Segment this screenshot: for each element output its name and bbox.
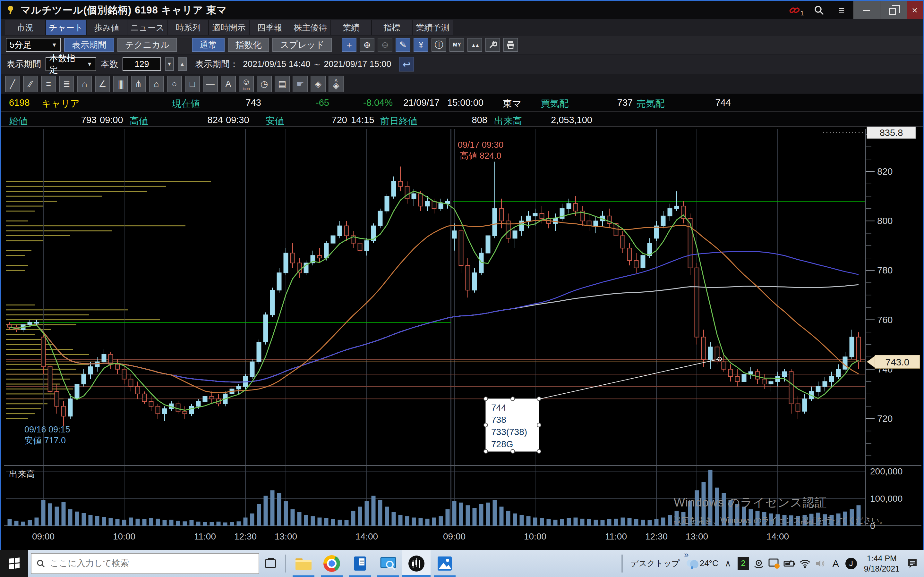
resize-handle[interactable] <box>537 449 541 454</box>
ime-mode-j[interactable]: J <box>843 550 859 577</box>
tab-disclosure[interactable]: 適時開示 <box>209 20 250 35</box>
tab-timeseries[interactable]: 時系列 <box>168 20 209 35</box>
taskbar-app-magnifier[interactable] <box>374 550 402 577</box>
volume-bar <box>614 519 618 526</box>
price-volume-chart[interactable]: 820800780760740720835.8743.0200,000100,0… <box>0 127 924 550</box>
spread-mode-button[interactable]: スプレッド <box>272 38 332 52</box>
fibonacci-arc-tool[interactable]: ∩ <box>77 76 92 92</box>
three-horizontal-lines-tool[interactable]: ≡ <box>41 76 56 92</box>
four-horizontal-lines-tool[interactable]: ≣ <box>59 76 74 92</box>
normal-mode-button[interactable]: 通常 <box>192 38 225 52</box>
chart-area[interactable]: 820800780760740720835.8743.0200,000100,0… <box>0 127 924 550</box>
close-button[interactable]: × <box>907 1 923 19</box>
bar-count-input[interactable]: 129 <box>123 57 161 71</box>
taskbar-app-trading[interactable] <box>402 550 431 577</box>
resize-handle[interactable] <box>483 423 488 427</box>
price-note-box[interactable]: 744 738 733(738) 728G <box>485 398 540 452</box>
parallel-lines-tool[interactable]: ∕∕ <box>23 76 38 92</box>
crosshair-button[interactable]: ＋ <box>342 38 357 52</box>
print-button[interactable] <box>503 38 518 52</box>
link-group-icon[interactable]: 1 <box>785 1 808 19</box>
trend-line-tool[interactable]: ╱ <box>5 76 20 92</box>
tab-forecast[interactable]: 業績予測 <box>413 20 453 35</box>
search-input[interactable] <box>49 558 242 569</box>
my-chart-button[interactable]: MY <box>449 38 464 52</box>
interval-select[interactable]: 5分足▼ <box>6 38 61 52</box>
volume-bar <box>61 502 66 526</box>
draw-pencil-button[interactable]: ✎ <box>396 38 410 52</box>
pentagon-tool[interactable]: ⌂ <box>149 76 164 92</box>
toolbar-expand-icon[interactable]: » <box>684 550 688 560</box>
resize-handle[interactable] <box>510 449 515 454</box>
task-view-button[interactable] <box>259 550 282 577</box>
candle-up <box>776 377 780 382</box>
hand-tool[interactable]: ☛ <box>292 76 308 92</box>
yen-scale-button[interactable]: ¥ <box>414 38 428 52</box>
tab-indicators[interactable]: 指標 <box>372 20 413 35</box>
tab-tick[interactable]: 歩み値 <box>87 20 128 35</box>
settings-wrench-button[interactable] <box>485 38 500 52</box>
time-marker-tool[interactable]: ◷ <box>257 76 272 92</box>
tab-earnings[interactable]: 業績 <box>331 20 372 35</box>
tab-market[interactable]: 市況 <box>5 20 46 35</box>
info-button[interactable]: ⓘ <box>431 38 446 52</box>
start-button[interactable] <box>0 550 28 577</box>
temperature-label[interactable]: 24°C <box>700 558 718 568</box>
fan-lines-tool[interactable]: ∠ <box>95 76 110 92</box>
desktop-toolbar-label[interactable]: デスクトップ » <box>630 558 680 569</box>
zoom-out-button[interactable]: ⊖ <box>378 38 393 52</box>
resize-handle[interactable] <box>537 423 541 427</box>
tab-benefit[interactable]: 株主優待 <box>290 20 331 35</box>
taskbar-app-photos[interactable] <box>431 550 459 577</box>
technical-button[interactable]: テクニカル <box>118 38 177 52</box>
indexed-mode-button[interactable]: 指数化 <box>228 38 269 52</box>
tab-news[interactable]: ニュース <box>128 20 168 35</box>
display-sync-icon[interactable] <box>766 550 782 577</box>
display-period-button[interactable]: 表示期間 <box>64 38 114 52</box>
notification-center-icon[interactable] <box>905 550 920 577</box>
copy-object-tool[interactable]: ▤ <box>275 76 290 92</box>
resize-handle[interactable] <box>483 449 488 454</box>
taskbar-search[interactable] <box>31 553 259 574</box>
battery-icon[interactable] <box>782 550 797 577</box>
vertical-lines-tool[interactable]: |||| <box>113 76 128 92</box>
resize-handle[interactable] <box>483 396 488 401</box>
taskbar-app-mail[interactable] <box>346 550 374 577</box>
tab-chart[interactable]: チャート <box>46 20 87 35</box>
count-down-button[interactable]: ▼ <box>165 57 174 71</box>
text-tool[interactable]: A <box>221 76 236 92</box>
ime-mode-a[interactable]: A <box>828 550 843 577</box>
horizontal-segment-tool[interactable]: — <box>203 76 218 92</box>
text-eraser-tool[interactable]: A◈ <box>328 76 344 92</box>
speaker-icon[interactable] <box>813 550 828 577</box>
search-icon[interactable] <box>808 1 830 19</box>
tab-shikiho[interactable]: 四季報 <box>250 20 290 35</box>
taskbar-app-chrome[interactable] <box>318 550 346 577</box>
pitchfork-tool[interactable]: ⋔ <box>131 76 146 92</box>
restore-button[interactable] <box>880 1 907 19</box>
running-indicator <box>434 575 456 577</box>
undo-button[interactable]: ↩ <box>399 57 414 71</box>
taskbar-clock[interactable]: 1:44 PM 9/18/2021 <box>864 553 900 574</box>
ellipse-tool[interactable]: ○ <box>167 76 182 92</box>
taskbar-app-explorer[interactable] <box>289 550 318 577</box>
candle-down <box>183 411 187 414</box>
camera-icon[interactable] <box>751 550 766 577</box>
icon-stamp-tool[interactable]: ☺icon <box>239 76 254 92</box>
hidden-icons-chevron[interactable]: ∧ <box>720 550 736 577</box>
resize-handle[interactable] <box>510 396 515 401</box>
period-mode-select[interactable]: 本数指定▼ <box>45 57 96 71</box>
menu-icon[interactable]: ≡ <box>830 1 853 19</box>
clock-date: 9/18/2021 <box>864 564 900 574</box>
titlebar[interactable]: マルチツール(個別銘柄) 6198 キャリア 東マ 1 ≡ ─ × <box>1 1 923 19</box>
wifi-icon[interactable] <box>797 550 813 577</box>
eraser-tool[interactable]: ◈ <box>310 76 326 92</box>
volume-bar <box>176 521 180 526</box>
count-up-button[interactable]: ▲ <box>178 57 187 71</box>
indicator-led-icon[interactable]: 2 <box>736 550 751 577</box>
area-chart-button[interactable]: ▲▲ <box>467 38 482 52</box>
resize-handle[interactable] <box>537 396 541 401</box>
minimize-button[interactable]: ─ <box>853 1 880 19</box>
rectangle-tool[interactable]: □ <box>185 76 200 92</box>
zoom-in-button[interactable]: ⊕ <box>360 38 375 52</box>
